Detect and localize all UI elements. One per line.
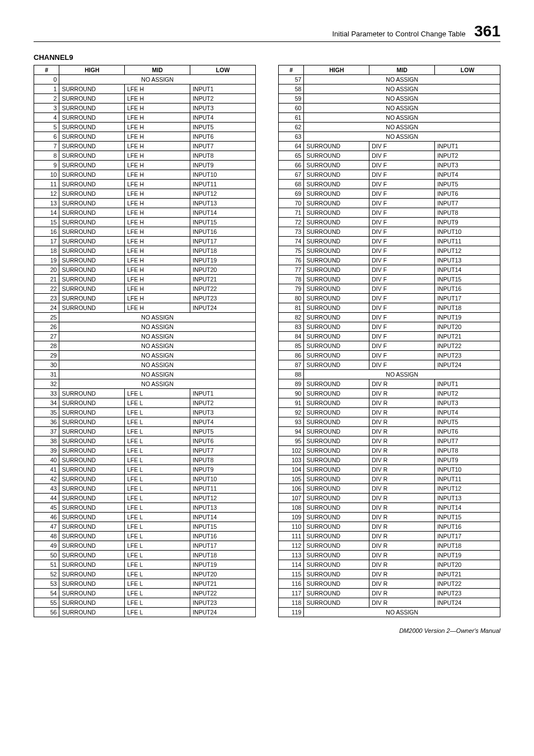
cell-mid: LFE L bbox=[125, 560, 190, 570]
cell-low: INPUT5 bbox=[190, 427, 256, 436]
cell-low: INPUT7 bbox=[190, 446, 256, 456]
cell-num: 116 bbox=[279, 579, 304, 589]
cell-low: INPUT15 bbox=[190, 218, 256, 227]
table-row: 50SURROUNDLFE LINPUT18 bbox=[34, 551, 256, 560]
cell-num: 103 bbox=[279, 456, 304, 465]
cell-num: 10 bbox=[34, 170, 59, 180]
cell-high: SURROUND bbox=[59, 532, 125, 541]
cell-mid: DIV F bbox=[369, 303, 435, 313]
cell-high: SURROUND bbox=[59, 84, 125, 94]
cell-high: SURROUND bbox=[59, 180, 125, 189]
cell-num: 82 bbox=[279, 313, 304, 322]
cell-num: 110 bbox=[279, 522, 304, 532]
cell-num: 14 bbox=[34, 208, 59, 218]
cell-num: 111 bbox=[279, 532, 304, 541]
cell-high: SURROUND bbox=[304, 579, 369, 589]
table-row: 116SURROUNDDIV RINPUT22 bbox=[279, 579, 500, 589]
cell-high: SURROUND bbox=[59, 427, 125, 436]
cell-num: 119 bbox=[279, 608, 304, 617]
cell-high: SURROUND bbox=[304, 151, 369, 161]
cell-num: 70 bbox=[279, 199, 304, 208]
cell-low: INPUT22 bbox=[190, 284, 256, 294]
cell-low: INPUT8 bbox=[435, 446, 500, 456]
table-row: 10SURROUNDLFE HINPUT10 bbox=[34, 170, 256, 180]
cell-high: SURROUND bbox=[304, 170, 369, 180]
cell-num: 9 bbox=[34, 161, 59, 170]
cell-mid: LFE H bbox=[125, 218, 190, 227]
cell-num: 26 bbox=[34, 322, 59, 332]
cell-high: SURROUND bbox=[304, 256, 369, 265]
table-row: 34SURROUNDLFE LINPUT2 bbox=[34, 398, 256, 408]
cell-low: INPUT4 bbox=[190, 113, 256, 123]
cell-no-assign: NO ASSIGN bbox=[304, 104, 500, 113]
table-row: 24SURROUNDLFE HINPUT24 bbox=[34, 303, 256, 313]
table-row: 7SURROUNDLFE HINPUT7 bbox=[34, 142, 256, 151]
cell-num: 50 bbox=[34, 551, 59, 560]
cell-mid: DIV R bbox=[369, 427, 435, 436]
cell-num: 113 bbox=[279, 551, 304, 560]
cell-mid: LFE H bbox=[125, 84, 190, 94]
cell-mid: LFE H bbox=[125, 199, 190, 208]
cell-num: 39 bbox=[34, 446, 59, 456]
cell-high: SURROUND bbox=[304, 417, 369, 427]
cell-low: INPUT21 bbox=[190, 579, 256, 589]
cell-no-assign: NO ASSIGN bbox=[59, 351, 256, 360]
table-row: 0NO ASSIGN bbox=[34, 75, 256, 84]
cell-low: INPUT2 bbox=[435, 151, 500, 161]
cell-mid: DIV R bbox=[369, 389, 435, 398]
cell-num: 74 bbox=[279, 237, 304, 246]
table-row: 22SURROUNDLFE HINPUT22 bbox=[34, 284, 256, 294]
table-row: 117SURROUNDDIV RINPUT23 bbox=[279, 589, 500, 598]
cell-mid: DIV F bbox=[369, 275, 435, 284]
cell-high: SURROUND bbox=[304, 237, 369, 246]
cell-mid: LFE L bbox=[125, 541, 190, 551]
cell-mid: LFE H bbox=[125, 237, 190, 246]
cell-mid: DIV F bbox=[369, 313, 435, 322]
cell-mid: DIV R bbox=[369, 494, 435, 503]
cell-mid: LFE H bbox=[125, 284, 190, 294]
cell-high: SURROUND bbox=[304, 484, 369, 494]
table-row: 21SURROUNDLFE HINPUT21 bbox=[34, 275, 256, 284]
cell-num: 61 bbox=[279, 113, 304, 123]
cell-no-assign: NO ASSIGN bbox=[59, 360, 256, 370]
table-row: 88NO ASSIGN bbox=[279, 370, 500, 379]
col-header-high: HIGH bbox=[59, 65, 125, 75]
cell-num: 28 bbox=[34, 341, 59, 351]
cell-mid: DIV F bbox=[369, 161, 435, 170]
cell-mid: DIV R bbox=[369, 513, 435, 522]
cell-low: INPUT17 bbox=[190, 541, 256, 551]
table-row: 48SURROUNDLFE LINPUT16 bbox=[34, 532, 256, 541]
table-row: 5SURROUNDLFE HINPUT5 bbox=[34, 123, 256, 132]
cell-mid: DIV F bbox=[369, 341, 435, 351]
cell-mid: DIV F bbox=[369, 246, 435, 256]
cell-mid: LFE L bbox=[125, 446, 190, 456]
table-row: 91SURROUNDDIV RINPUT3 bbox=[279, 398, 500, 408]
left-table: # HIGH MID LOW 0NO ASSIGN1SURROUNDLFE HI… bbox=[34, 65, 256, 617]
cell-mid: LFE H bbox=[125, 142, 190, 151]
cell-high: SURROUND bbox=[304, 351, 369, 360]
table-row: 56SURROUNDLFE LINPUT24 bbox=[34, 608, 256, 617]
cell-mid: LFE L bbox=[125, 598, 190, 608]
table-row: 119NO ASSIGN bbox=[279, 608, 500, 617]
cell-num: 117 bbox=[279, 589, 304, 598]
cell-num: 11 bbox=[34, 180, 59, 189]
cell-num: 115 bbox=[279, 570, 304, 579]
table-row: 2SURROUNDLFE HINPUT2 bbox=[34, 94, 256, 104]
cell-num: 65 bbox=[279, 151, 304, 161]
cell-mid: DIV F bbox=[369, 227, 435, 237]
cell-num: 91 bbox=[279, 398, 304, 408]
cell-no-assign: NO ASSIGN bbox=[304, 370, 500, 379]
cell-mid: LFE L bbox=[125, 427, 190, 436]
cell-high: SURROUND bbox=[59, 598, 125, 608]
cell-mid: LFE L bbox=[125, 436, 190, 446]
table-row: 46SURROUNDLFE LINPUT14 bbox=[34, 513, 256, 522]
cell-low: INPUT7 bbox=[190, 142, 256, 151]
col-header-mid: MID bbox=[125, 65, 190, 75]
cell-mid: DIV F bbox=[369, 199, 435, 208]
cell-low: INPUT8 bbox=[190, 456, 256, 465]
cell-num: 72 bbox=[279, 218, 304, 227]
cell-mid: LFE H bbox=[125, 180, 190, 189]
cell-high: SURROUND bbox=[59, 456, 125, 465]
cell-mid: LFE L bbox=[125, 494, 190, 503]
table-row: 26NO ASSIGN bbox=[34, 322, 256, 332]
